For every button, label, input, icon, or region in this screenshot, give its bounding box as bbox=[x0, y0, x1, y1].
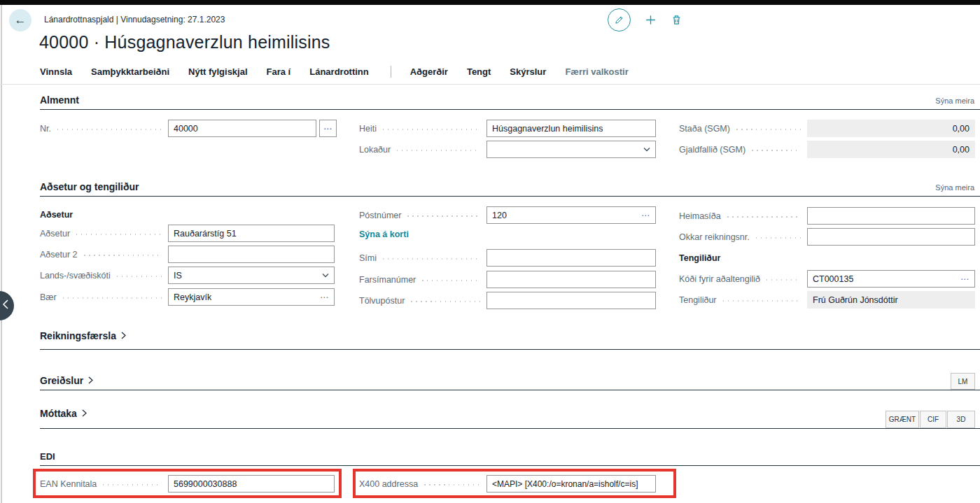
mottaka-heading: Móttaka bbox=[40, 408, 77, 419]
chevron-right-icon bbox=[88, 375, 93, 386]
menu-nytt-fylgiskjal[interactable]: Nýtt fylgiskjal bbox=[188, 66, 248, 77]
field-tolvupostur: Tölvupóstur bbox=[359, 292, 656, 309]
dotted-leader bbox=[727, 216, 801, 218]
menu-sampykktarbeidni[interactable]: Samþykktarbeiðni bbox=[91, 66, 169, 77]
kodi-adaltengilid-label: Kóði fyrir aðaltengilið bbox=[679, 274, 760, 284]
chevron-down-icon bbox=[639, 147, 650, 152]
landskodi-label: Lands-/svæðiskóti bbox=[40, 271, 111, 281]
farsimanumer-input[interactable] bbox=[486, 271, 656, 288]
okkar-reikningsnr-input[interactable] bbox=[807, 228, 975, 246]
adsetur-label: Aðsetur bbox=[40, 229, 70, 239]
section-divider bbox=[40, 390, 980, 390]
command-bar-divider bbox=[0, 84, 980, 85]
simi-label: Sími bbox=[359, 253, 377, 263]
browser-top-bar bbox=[0, 0, 980, 5]
vendor-card-page: ← Lánardrottnaspjald | Vinnudagsetning: … bbox=[0, 0, 980, 503]
breadcrumb: Lánardrottnaspjald | Vinnudagsetning: 27… bbox=[44, 15, 225, 24]
stada-value[interactable]: 0,00 bbox=[807, 120, 975, 137]
field-adsetur2: Aðsetur 2 bbox=[40, 246, 335, 263]
ellipsis-assist-icon[interactable]: ⋯ bbox=[956, 274, 969, 284]
nr-assist-button[interactable]: ⋯ bbox=[319, 120, 337, 137]
menu-faerri-valkostir[interactable]: Færri valkostir bbox=[565, 66, 628, 77]
adsetur2-label: Aðsetur 2 bbox=[40, 250, 78, 260]
edit-button[interactable] bbox=[608, 8, 631, 31]
postnumer-input[interactable]: 120 ⋯ bbox=[486, 206, 656, 224]
dotted-leader bbox=[383, 258, 480, 260]
almennt-show-more-link[interactable]: Sýna meira bbox=[935, 97, 974, 105]
landskodi-select[interactable]: IS bbox=[168, 267, 335, 284]
contact-group-label: Tengiliður bbox=[679, 249, 721, 267]
adsetur-input[interactable]: Rauðarárstíg 51 bbox=[168, 225, 335, 242]
mottaka-badge-cif[interactable]: CIF bbox=[920, 411, 946, 428]
section-almennt-heading[interactable]: Almennt bbox=[40, 94, 79, 106]
nr-input[interactable]: 40000 bbox=[168, 120, 316, 137]
dotted-leader bbox=[756, 237, 801, 239]
tolvupostur-input[interactable] bbox=[486, 292, 656, 309]
postnumer-label: Póstnúmer bbox=[359, 211, 401, 220]
simi-input[interactable] bbox=[486, 249, 656, 267]
pencil-icon bbox=[614, 15, 624, 25]
greidslur-heading: Greiðslur bbox=[40, 375, 83, 386]
collapse-pane-button[interactable] bbox=[0, 291, 14, 320]
chevron-down-icon bbox=[318, 273, 329, 278]
dotted-leader bbox=[424, 484, 480, 486]
ean-kennitala-input[interactable]: 5699000030888 bbox=[168, 475, 335, 493]
heimasida-input[interactable] bbox=[807, 207, 975, 225]
greidslur-badge-lm[interactable]: LM bbox=[951, 373, 975, 390]
back-button[interactable]: ← bbox=[9, 9, 31, 31]
section-divider bbox=[40, 428, 980, 429]
adsetur2-input[interactable] bbox=[168, 246, 335, 263]
menu-tengt[interactable]: Tengt bbox=[467, 66, 491, 77]
baer-input[interactable]: Reykjavík ⋯ bbox=[168, 288, 335, 306]
baer-label: Bær bbox=[40, 292, 57, 302]
tengilidur-value[interactable]: Frú Guðrún Jónsdóttir bbox=[807, 291, 975, 309]
field-heimasida: Heimasíða bbox=[679, 207, 975, 225]
card-action-icons bbox=[608, 8, 682, 31]
gjaldfallid-value[interactable]: 0,00 bbox=[807, 141, 975, 158]
mottaka-badge-3d[interactable]: 3D bbox=[947, 411, 975, 428]
ellipsis-assist-icon[interactable]: ⋯ bbox=[637, 211, 650, 220]
mottaka-badge-graent[interactable]: GRÆNT bbox=[886, 411, 919, 428]
ellipsis-assist-icon[interactable]: ⋯ bbox=[316, 292, 329, 302]
dotted-leader bbox=[63, 297, 162, 299]
section-mottaka-toggle[interactable]: Móttaka bbox=[40, 408, 87, 419]
menu-lanardrottinn[interactable]: Lánardrottinn bbox=[309, 66, 369, 77]
heiti-input[interactable]: Húsgagnaverzlun heimilisins bbox=[486, 120, 656, 137]
dotted-leader bbox=[736, 129, 801, 130]
dotted-leader bbox=[84, 255, 162, 256]
section-edi-heading[interactable]: EDI bbox=[40, 451, 55, 462]
menu-adgerdir[interactable]: Aðgerðir bbox=[410, 66, 448, 77]
show-on-map-link[interactable]: Sýna á korti bbox=[359, 229, 409, 239]
field-landskodi: Lands-/svæðiskóti IS bbox=[40, 267, 335, 284]
stada-label: Staða (SGM) bbox=[679, 124, 730, 134]
dotted-leader bbox=[723, 300, 801, 302]
section-divider bbox=[40, 109, 980, 110]
field-okkar-reikningsnr: Okkar reikningsnr. bbox=[679, 228, 975, 246]
delete-button[interactable] bbox=[671, 14, 682, 26]
chevron-right-icon bbox=[82, 408, 87, 419]
section-reikningsfaersla-toggle[interactable]: Reikningsfærsla bbox=[40, 330, 126, 341]
ean-kennitala-label: EAN Kennitala bbox=[40, 479, 97, 489]
nr-label: Nr. bbox=[40, 124, 51, 134]
lokadur-select[interactable] bbox=[486, 141, 656, 158]
gjaldfallid-label: Gjaldfallið (SGM) bbox=[679, 145, 746, 155]
plus-icon bbox=[644, 13, 657, 27]
chevron-right-icon bbox=[121, 330, 126, 341]
menu-fara-i[interactable]: Fara í bbox=[267, 66, 291, 77]
address-group-label: Aðsetur bbox=[40, 206, 73, 223]
menu-skyrslur[interactable]: Skýrslur bbox=[510, 66, 546, 77]
section-greidslur-toggle[interactable]: Greiðslur bbox=[40, 375, 93, 386]
section-adsetur-heading[interactable]: Aðsetur og tengiliður bbox=[40, 181, 139, 192]
field-baer: Bær Reykjavík ⋯ bbox=[40, 288, 335, 306]
lokadur-label: Lokaður bbox=[359, 145, 391, 155]
dotted-leader bbox=[766, 279, 801, 281]
section-divider bbox=[40, 196, 980, 197]
kodi-adaltengilid-input[interactable]: CT000135 ⋯ bbox=[807, 270, 975, 288]
adsetur-show-more-link[interactable]: Sýna meira bbox=[935, 183, 974, 192]
x400-addressa-input[interactable]: <MAPI> [X400:/o=kronan/a=isholf/c=is] bbox=[486, 475, 656, 493]
tengilidur-label: Tengiliður bbox=[679, 295, 717, 305]
menu-vinnsla[interactable]: Vinnsla bbox=[40, 66, 72, 77]
new-button[interactable] bbox=[644, 13, 657, 27]
dotted-leader bbox=[752, 150, 801, 151]
dotted-leader bbox=[117, 276, 162, 277]
